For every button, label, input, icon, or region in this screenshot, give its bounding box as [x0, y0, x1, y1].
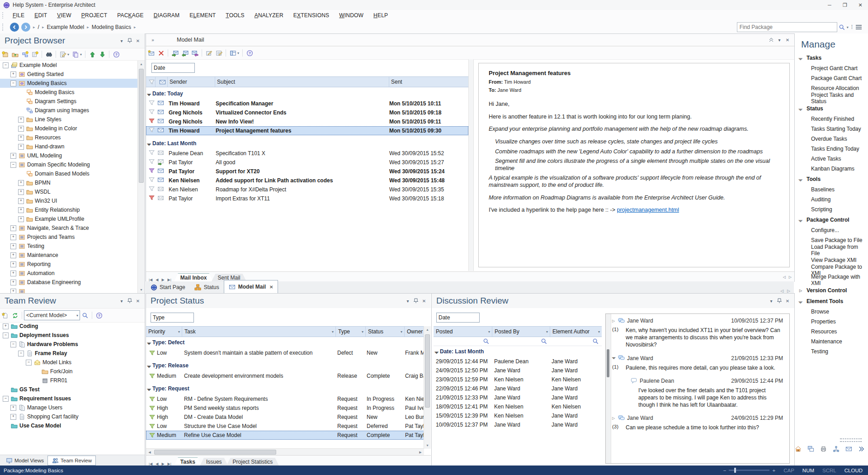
- tree-expander-icon[interactable]: +: [10, 252, 16, 258]
- menu-window[interactable]: WINDOW: [334, 12, 368, 19]
- tree-expander-icon[interactable]: +: [18, 198, 24, 204]
- team-review-item[interactable]: +Manage Users: [0, 403, 145, 412]
- subject-column-header[interactable]: Subject: [215, 77, 389, 87]
- close-panel-icon[interactable]: ✕: [134, 297, 142, 304]
- doc-tab-start-page[interactable]: Start Page: [146, 281, 190, 293]
- zoom-slider[interactable]: [729, 470, 769, 471]
- project-browser-item[interactable]: +Automation: [0, 269, 137, 278]
- group-expanded-icon[interactable]: ◢: [146, 385, 153, 392]
- browse-package-button[interactable]: [10, 49, 20, 59]
- printer-button[interactable]: [818, 444, 828, 454]
- manage-item-tasks-ending-today[interactable]: Tasks Ending Today: [795, 144, 868, 154]
- manage-item-package-gantt-chart[interactable]: Package Gantt Chart: [795, 73, 868, 83]
- group-expanded-icon[interactable]: ◢: [434, 348, 440, 355]
- manage-section-version-control[interactable]: ▷Version Control: [795, 285, 868, 296]
- tree-expander-icon[interactable]: +: [18, 144, 24, 150]
- team-review-item[interactable]: +Shopping Cart facility: [0, 412, 145, 421]
- pin-icon[interactable]: [126, 37, 134, 44]
- task-column-header[interactable]: Task▾: [182, 327, 336, 337]
- icon-column-header[interactable]: [156, 77, 168, 87]
- manage-item-auditing[interactable]: Auditing: [795, 195, 868, 204]
- project-browser-item[interactable]: +Projects and Teams: [0, 233, 137, 242]
- task-row[interactable]: HighDM - Create Data ModelRequestNewLeo …: [146, 413, 424, 422]
- discussion-filter-bar-input[interactable]: [436, 313, 480, 323]
- tree-expander-icon[interactable]: +: [10, 261, 16, 267]
- section-expanded-icon[interactable]: ◢: [795, 52, 807, 64]
- new-diagram-button[interactable]: [20, 49, 30, 59]
- scroll-down-icon[interactable]: ▼: [424, 442, 431, 449]
- team-review-item[interactable]: −Frame Relay: [0, 349, 145, 358]
- manage-item-tasks-starting-today[interactable]: Tasks Starting Today: [795, 124, 868, 134]
- tree-expander-icon[interactable]: +: [10, 280, 16, 285]
- tree-expander-icon[interactable]: +: [18, 180, 24, 186]
- section-expanded-icon[interactable]: ◢: [795, 174, 807, 185]
- menu-help[interactable]: HELP: [368, 12, 393, 19]
- mail-row[interactable]: Greg NicholsVirtualized Connector EndsMo…: [146, 108, 468, 117]
- team-review-item[interactable]: GS Test: [0, 385, 145, 394]
- delete-mail-button[interactable]: [156, 48, 166, 58]
- forward-button[interactable]: [190, 48, 200, 58]
- breadcrumb-item[interactable]: /: [38, 24, 39, 30]
- tab-project-statistics[interactable]: Project Statistics: [226, 458, 279, 466]
- move-up-button[interactable]: [87, 49, 97, 59]
- mail-group-header[interactable]: ◢Date: Last Month: [146, 138, 468, 149]
- project-browser-scrollbar[interactable]: ▲ ▼: [137, 61, 145, 293]
- discussion-row[interactable]: 18/09/2015 12:41 PMKen NielsenKen Nielse…: [434, 402, 602, 411]
- manage-item-configure-[interactable]: Configure...: [795, 225, 868, 235]
- panel-menu-icon[interactable]: ▾: [404, 297, 412, 304]
- posted-by-column-header[interactable]: Posted By▾: [492, 327, 550, 337]
- menu-package[interactable]: PACKAGE: [112, 12, 149, 19]
- field-chooser-button[interactable]: ▾: [228, 48, 241, 58]
- status-group-header[interactable]: ◢Type: Release: [146, 360, 424, 371]
- close-panel-icon[interactable]: ✕: [420, 297, 428, 304]
- mail-row[interactable]: Pat TaylorAll goodWed 30/09/2015 15:27: [146, 158, 468, 167]
- project-browser-item[interactable]: Diagram Settings: [0, 97, 137, 106]
- posted-column-header[interactable]: Posted▾: [434, 327, 492, 337]
- minimize-button[interactable]: ─: [822, 0, 837, 10]
- mail-row[interactable]: Ken NielsenRoadmap for X#Delta ProjectWe…: [146, 185, 468, 194]
- project-browser-item[interactable]: +Resources: [0, 133, 137, 142]
- team-review-item[interactable]: −Deployment Issues: [0, 331, 145, 340]
- group-expanded-icon[interactable]: ◢: [146, 339, 153, 346]
- manage-item-overdue-tasks[interactable]: Overdue Tasks: [795, 134, 868, 144]
- mail-row[interactable]: Pat TaylorSupport for XT20Wed 30/09/2015…: [146, 167, 468, 176]
- pin-icon[interactable]: [412, 297, 420, 304]
- project-browser-item[interactable]: +Reporting: [0, 260, 137, 269]
- project-browser-item[interactable]: +Navigate, Search & Trace: [0, 223, 137, 233]
- tree-expander-icon[interactable]: −: [3, 62, 9, 68]
- discussion-row[interactable]: 24/09/2015 12:50 PMJane WardJane Ward: [434, 366, 602, 375]
- mark-mail-button[interactable]: [204, 48, 214, 58]
- menu-file[interactable]: FILE: [8, 12, 29, 19]
- edit-document-button[interactable]: ▾: [58, 49, 71, 59]
- discussion-row[interactable]: 29/09/2015 12:44 PMPaulene DeanJane Ward: [434, 357, 602, 366]
- doc-tab-model-mail[interactable]: Model Mail✕: [224, 280, 278, 293]
- project-browser-item[interactable]: Diagram using Images: [0, 106, 137, 115]
- tab-tasks[interactable]: Tasks: [174, 457, 202, 466]
- task-row[interactable]: MediumRefine Use Case ModelRequestComple…: [146, 431, 424, 440]
- discussion-group-header[interactable]: ◢Date: Last Month: [434, 346, 602, 357]
- discussion-row[interactable]: 15/09/2015 12:39 PMKen NielsenJane Ward: [434, 411, 602, 420]
- pin-icon[interactable]: [775, 297, 783, 304]
- project-browser-item[interactable]: +Maintenance: [0, 251, 137, 260]
- move-down-button[interactable]: [97, 49, 107, 59]
- tab-issues[interactable]: Issues: [200, 458, 228, 466]
- tree-expander-icon[interactable]: +: [10, 405, 16, 411]
- back-button[interactable]: [10, 23, 19, 32]
- manage-section-tasks[interactable]: ◢Tasks: [795, 52, 868, 63]
- find-in-browser-button[interactable]: [44, 49, 54, 59]
- tree-expander-icon[interactable]: +: [3, 323, 9, 329]
- zoom-in-icon[interactable]: +: [772, 468, 775, 473]
- tree-expander-icon[interactable]: +: [18, 117, 24, 123]
- mail-row[interactable]: Tim HowardSpecification ManagerMon 5/10/…: [146, 99, 468, 108]
- tree-expander-icon[interactable]: +: [18, 216, 24, 222]
- new-mail-button[interactable]: [146, 48, 156, 58]
- mail-group-header[interactable]: ◢Date: Today: [146, 88, 468, 99]
- group-expanded-icon[interactable]: ◢: [146, 140, 153, 147]
- tree-expander-icon[interactable]: +: [10, 225, 16, 231]
- tree-expander-icon[interactable]: −: [10, 342, 16, 347]
- chevron-down-icon[interactable]: ▾: [76, 314, 78, 318]
- manage-section-tools[interactable]: ◢Tools: [795, 174, 868, 185]
- project-browser-item[interactable]: +Testing: [0, 242, 137, 251]
- mail-row[interactable]: Greg NicholsNew Info View!Mon 5/10/2015 …: [146, 117, 468, 126]
- thread-expand-icon[interactable]: ▷: [612, 319, 618, 323]
